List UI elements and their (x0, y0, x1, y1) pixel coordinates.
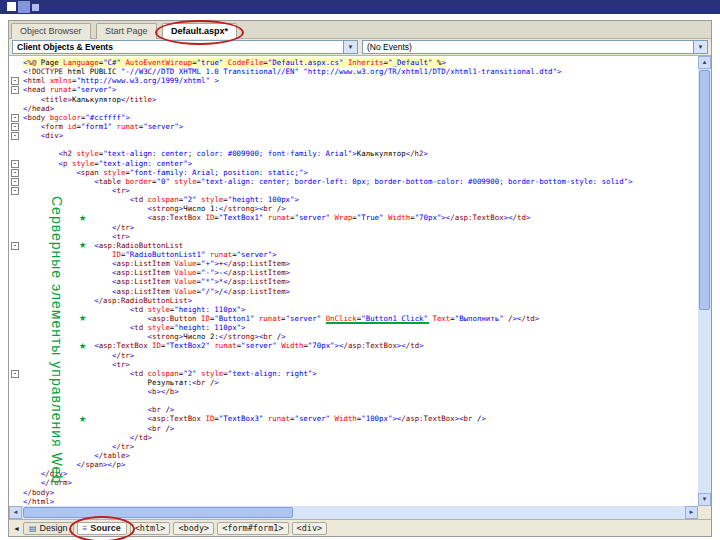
code-line[interactable]: <tr> (9, 232, 698, 241)
slide-header-bar (0, 0, 720, 14)
code-area: <%@ Page Language="C#" AutoEventWireup="… (9, 56, 698, 506)
code-line[interactable]: - <p style="text-align: center"> (9, 159, 698, 168)
code-line[interactable]: </head> (9, 104, 698, 113)
scrollbar-thumb[interactable] (699, 70, 710, 310)
design-label: Design (40, 523, 68, 533)
code-line[interactable]: <!DOCTYPE html PUBLIC "-//W3C//DTD XHTML… (9, 67, 698, 76)
code-line[interactable]: -<body bgcolor="#ccffff"> (9, 113, 698, 122)
tab-start-page[interactable]: Start Page (96, 23, 157, 39)
code-line[interactable]: <br /> (9, 424, 698, 433)
fold-toggle[interactable]: - (9, 177, 23, 186)
code-line[interactable]: -<html xmlns="http://www.w3.org/1999/xht… (9, 76, 698, 85)
code-line[interactable]: - <td colspan="2" style="text-align: rig… (9, 369, 698, 378)
code-line[interactable]: -<head runat="server"> (9, 85, 698, 94)
code-line[interactable]: </div> (9, 469, 698, 478)
fold-toggle[interactable]: - (9, 159, 23, 168)
code-line[interactable]: </table> (9, 451, 698, 460)
star-annotation: ★ (79, 339, 86, 351)
fold-toggle[interactable]: - (9, 168, 23, 177)
scroll-up-icon[interactable]: ▲ (698, 56, 711, 69)
code-line[interactable]: - <tr> (9, 186, 698, 195)
tab-default-aspx-label: Default.aspx* (171, 26, 228, 36)
code-line[interactable]: </asp:RadioButtonList> (9, 296, 698, 305)
source-label: Source (90, 523, 121, 533)
star-annotation: ★ (79, 211, 86, 223)
decor-square (7, 2, 16, 11)
code-line[interactable]: <asp:TextBox ID="TextBox2" runat="server… (9, 341, 698, 350)
code-line[interactable] (9, 396, 698, 405)
code-line[interactable]: </body> (9, 488, 698, 497)
fold-toggle[interactable]: - (9, 369, 23, 378)
chevron-down-icon[interactable]: ▼ (343, 41, 357, 53)
design-view-button[interactable]: ▤ Design (23, 522, 74, 535)
fold-toggle[interactable]: - (9, 131, 23, 140)
star-annotation: ★ (79, 311, 86, 323)
code-line[interactable]: <asp:ListItem Value="+">+</asp:ListItem> (9, 259, 698, 268)
code-line[interactable]: - <div> (9, 131, 698, 140)
code-line[interactable]: <asp:ListItem Value="-">-</asp:ListItem> (9, 268, 698, 277)
breadcrumb-div[interactable]: <div> (292, 522, 328, 535)
vertical-annotation-label: Серверные элементы управления Web (49, 196, 65, 484)
tab-object-browser[interactable]: Object Browser (11, 23, 91, 39)
code-line[interactable]: <asp:ListItem Value="*">*</asp:ListItem> (9, 277, 698, 286)
green-underline-annotation (326, 322, 429, 324)
code-line[interactable]: <asp:ListItem Value="/">/</asp:ListItem> (9, 287, 698, 296)
code-line[interactable]: </form> (9, 478, 698, 487)
client-objects-dropdown[interactable]: Client Objects & Events ▼ (12, 40, 358, 54)
tab-default-aspx[interactable]: Default.aspx* (162, 23, 237, 39)
chevron-down-icon[interactable]: ▼ (693, 41, 707, 53)
events-dropdown[interactable]: (No Events) ▼ (362, 40, 708, 54)
code-line[interactable]: <asp:TextBox ID="TextBox1" runat="server… (9, 213, 698, 222)
fold-toggle[interactable]: - (9, 113, 23, 122)
code-line[interactable]: <br /> (9, 405, 698, 414)
fold-toggle[interactable]: - (9, 122, 23, 131)
scrollbar-thumb[interactable] (23, 507, 293, 518)
code-line[interactable]: <h2 style="text-align: center; color: #0… (9, 149, 698, 158)
scroll-left-icon[interactable]: ◄ (9, 506, 22, 519)
breadcrumb-body[interactable]: <body> (173, 522, 214, 535)
code-line[interactable]: - <form id="form1" runat="server"> (9, 122, 698, 131)
view-switch-bar: ◄ ▤ Design ≡ Source <html> <body> <form#… (9, 519, 711, 536)
code-line[interactable]: <td style="height: 110px"> (9, 323, 698, 332)
code-line[interactable]: ID="RadioButtonList1" runat="server"> (9, 250, 698, 259)
code-line[interactable]: <title>Калькулятор</title> (9, 95, 698, 104)
source-icon: ≡ (83, 524, 88, 533)
code-line[interactable]: <%@ Page Language="C#" AutoEventWireup="… (9, 58, 698, 67)
code-editor[interactable]: <%@ Page Language="C#" AutoEventWireup="… (9, 56, 698, 506)
code-line[interactable]: <strong>Число 1:</strong><br /> (9, 204, 698, 213)
code-line[interactable]: </tr> (9, 351, 698, 360)
fold-toggle[interactable]: - (9, 186, 23, 195)
code-line[interactable]: <td colspan="2" style="height: 100px"> (9, 195, 698, 204)
left-arrow-icon[interactable]: ◄ (13, 525, 20, 532)
slide: Object Browser Start Page Default.aspx* … (0, 0, 720, 540)
breadcrumb-form[interactable]: <form#form1> (217, 522, 288, 535)
code-line[interactable]: </html> (9, 497, 698, 506)
fold-toggle[interactable]: - (9, 241, 23, 250)
code-line[interactable]: </td> (9, 433, 698, 442)
scroll-right-icon[interactable]: ► (685, 506, 698, 519)
code-line[interactable]: <td style="height: 110px"> (9, 305, 698, 314)
breadcrumb-html[interactable]: <html> (130, 522, 171, 535)
fold-toggle[interactable]: - (9, 85, 23, 94)
scroll-down-icon[interactable]: ▼ (698, 493, 711, 506)
fold-toggle[interactable]: - (9, 76, 23, 85)
star-annotation: ★ (79, 412, 86, 424)
code-line[interactable]: Результат:<br /> (9, 378, 698, 387)
code-line[interactable]: </tr> (9, 223, 698, 232)
code-line[interactable]: <b></b> (9, 387, 698, 396)
code-line[interactable]: - <table border="0" style="text-align: c… (9, 177, 698, 186)
code-line[interactable]: - <asp:RadioButtonList (9, 241, 698, 250)
vertical-scrollbar[interactable]: ▲ ▼ (698, 56, 711, 506)
code-line[interactable]: <strong>Число 2:</strong><br /> (9, 332, 698, 341)
design-icon: ▤ (29, 524, 37, 533)
source-view-button[interactable]: ≡ Source (77, 522, 127, 535)
vs-editor-window: Object Browser Start Page Default.aspx* … (8, 20, 712, 537)
code-line[interactable]: - <span style="font-family: Arial; posit… (9, 168, 698, 177)
code-line[interactable]: <asp:TextBox ID="TextBox3" runat="server… (9, 414, 698, 423)
horizontal-scrollbar[interactable]: ◄ ► (9, 506, 698, 519)
code-line[interactable]: </span></p> (9, 460, 698, 469)
code-line[interactable]: </tr> (9, 442, 698, 451)
code-line[interactable]: <tr> (9, 360, 698, 369)
decor-square (32, 4, 39, 11)
code-line[interactable] (9, 140, 698, 149)
